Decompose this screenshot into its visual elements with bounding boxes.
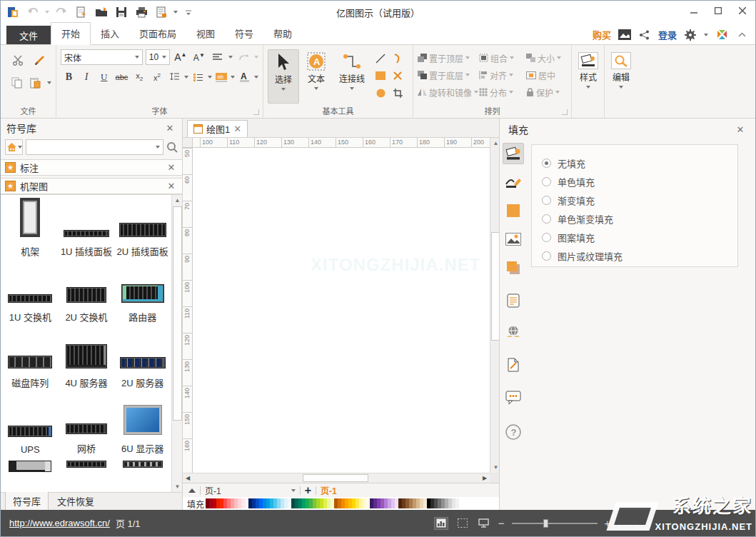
export-button[interactable] [153, 4, 169, 20]
align-button[interactable]: 对齐 [479, 68, 526, 82]
print-button[interactable] [133, 4, 149, 20]
line-spacing-dropdown-icon[interactable] [184, 76, 188, 79]
decrease-font-icon[interactable]: A▼ [191, 49, 207, 65]
format-painter-icon[interactable] [31, 52, 48, 68]
document-tab[interactable]: 绘图1 ✕ [187, 120, 248, 137]
text-tool-button[interactable]: A 文本 [301, 49, 332, 104]
font-color-dropdown-icon[interactable] [254, 76, 258, 79]
scroll-left-icon[interactable]: ◀ [183, 473, 193, 483]
minimize-button[interactable] [682, 1, 706, 20]
zoom-out-button[interactable]: − [498, 517, 505, 529]
bullet-list-icon[interactable] [190, 69, 206, 85]
protect-button[interactable]: 保护 [526, 85, 572, 99]
scroll-down-icon[interactable]: ▼ [172, 481, 182, 492]
text-rotate-dropdown-icon[interactable] [254, 56, 258, 59]
arc-tool-icon[interactable] [389, 51, 406, 66]
zoom-slider-thumb[interactable] [543, 519, 548, 528]
library-section-callouts[interactable]: ★ 标注 ✕ [1, 159, 182, 176]
quick-color-icon[interactable] [503, 200, 524, 221]
scroll-right-icon[interactable]: ▶ [480, 473, 490, 483]
page-tab-active[interactable]: 页-1 [321, 484, 337, 496]
fill-option-none[interactable]: 无填充 [542, 154, 737, 172]
connection-point-icon[interactable] [389, 68, 406, 84]
drawing-canvas[interactable]: XITONGZHIJIA.NET [193, 148, 490, 473]
symbol-1u-switch[interactable]: 1U 交换机 [2, 264, 59, 325]
library-search-icon[interactable] [166, 141, 178, 153]
shadow-icon[interactable] [503, 257, 524, 278]
distribute-button[interactable]: 分布 [479, 85, 526, 99]
copy-icon[interactable] [9, 75, 24, 91]
comment-icon[interactable] [503, 387, 524, 408]
section-close-icon[interactable]: ✕ [165, 162, 178, 173]
library-section-rack[interactable]: ★ 机架图 ✕ [1, 178, 182, 194]
hyperlink-globe-icon[interactable] [503, 321, 524, 343]
picture-icon[interactable] [503, 229, 524, 250]
save-button[interactable] [114, 4, 129, 20]
normal-view-icon[interactable] [434, 517, 448, 530]
gear-icon[interactable] [684, 29, 697, 41]
zoom-slider[interactable] [512, 523, 598, 524]
increase-font-icon[interactable]: A▲ [173, 49, 188, 65]
symbol-2u-switch[interactable]: 2U 交换机 [59, 264, 115, 325]
italic-icon[interactable]: I [79, 69, 95, 85]
symbol-kvm[interactable] [114, 461, 171, 482]
customize-qat-icon[interactable] [182, 6, 195, 19]
tab-file-recovery[interactable]: 文件恢复 [50, 492, 101, 510]
tab-insert[interactable]: 插入 [91, 23, 129, 44]
h-scrollbar[interactable]: ◀ ▶ [183, 473, 490, 483]
radio-icon[interactable] [542, 233, 551, 242]
undo-button[interactable] [25, 4, 41, 20]
section-close-icon[interactable]: ✕ [165, 181, 178, 191]
radio-icon[interactable] [542, 196, 551, 205]
symbol-disk-array[interactable]: 磁盘阵列 [2, 329, 59, 391]
fill-option-solid[interactable]: 单色填充 [542, 172, 737, 191]
zoom-in-button[interactable]: + [605, 517, 611, 529]
open-file-button[interactable] [94, 4, 109, 20]
highlight-color-icon[interactable]: ab [213, 69, 230, 85]
symbol-6u-monitor[interactable]: 6U 显示器 [114, 395, 171, 456]
arrange-dialog-launcher[interactable] [562, 109, 568, 115]
share-icon[interactable] [638, 29, 651, 41]
crop-tool-icon[interactable] [389, 85, 406, 101]
send-to-back-button[interactable]: 置于底层 [418, 68, 479, 82]
add-page-button[interactable]: + [305, 484, 311, 497]
new-file-button[interactable]: + [74, 4, 89, 20]
font-family-select[interactable]: 宋体 [61, 49, 143, 65]
symbol-1u-patch-panel[interactable]: 1U 插线面板 [59, 198, 115, 259]
symbol-2u-patch-panel[interactable]: 2U 插线面板 [114, 198, 171, 259]
presentation-icon[interactable] [477, 517, 491, 530]
ellipse-tool-icon[interactable] [372, 85, 389, 101]
strikethrough-icon[interactable]: abc [114, 69, 130, 85]
symbol-rack[interactable]: 机架 [2, 198, 59, 259]
style-button[interactable]: 样式 [576, 49, 600, 104]
radio-icon[interactable] [542, 214, 551, 224]
radio-icon[interactable] [542, 251, 551, 261]
gear-dropdown-icon[interactable] [704, 34, 708, 36]
center-button[interactable]: 居中 [526, 68, 572, 82]
symbol-ups[interactable]: UPS [2, 395, 59, 456]
paste-icon[interactable] [29, 75, 44, 91]
line-spacing-icon[interactable] [166, 69, 183, 85]
community-icon[interactable] [715, 29, 728, 41]
symbol-2u-server[interactable]: 2U 服务器 [114, 329, 171, 391]
fill-option-pattern[interactable]: 图案填充 [542, 228, 737, 246]
buy-link[interactable]: 购买 [593, 28, 611, 41]
text-align-dropdown-icon[interactable] [228, 56, 233, 59]
scroll-up-icon[interactable]: ▲ [172, 195, 182, 206]
help-icon[interactable]: ? [503, 421, 524, 443]
redo-button[interactable] [54, 4, 69, 20]
symbol-bridge[interactable]: 网桥 [59, 395, 115, 456]
bold-icon[interactable]: B [61, 69, 77, 85]
underline-icon[interactable]: U [96, 69, 112, 85]
text-align-icon[interactable] [210, 49, 226, 65]
edit-button[interactable]: 编辑 [609, 49, 633, 104]
scrollbar-thumb[interactable] [173, 206, 182, 421]
page-selector-dropdown-icon[interactable] [291, 489, 296, 492]
attachment-icon[interactable] [503, 354, 524, 376]
close-button[interactable] [730, 1, 755, 20]
symbol-4u-server[interactable]: 4U 服务器 [59, 329, 115, 391]
maximize-button[interactable] [706, 1, 730, 20]
cut-icon[interactable] [9, 52, 26, 68]
text-rotate-icon[interactable] [236, 49, 251, 65]
fill-bucket-icon[interactable] [503, 143, 524, 164]
